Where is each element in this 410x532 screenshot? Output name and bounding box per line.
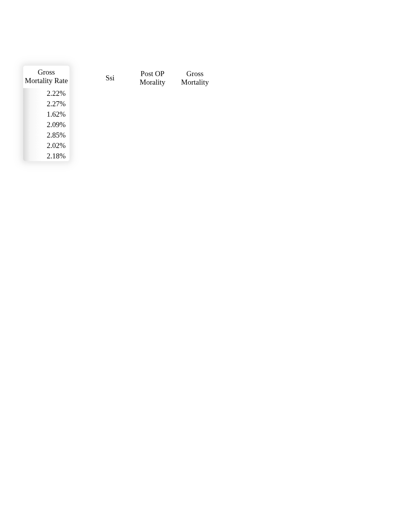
table-row: 2.85% xyxy=(23,130,69,140)
column-header-ssi: Ssi xyxy=(93,74,127,82)
column-header-post-op: Post OP Morality xyxy=(135,70,170,87)
table-row: 2.22% xyxy=(23,88,69,99)
table-row: 1.62% xyxy=(23,109,69,119)
content-area: Gross Mortality Rate 2.22% 2.27% 1.62% 2… xyxy=(23,66,212,161)
column-headers: Ssi Post OP Morality Gross Mortality xyxy=(93,70,212,87)
column-header-gross: Gross Mortality xyxy=(178,70,212,87)
table-row: 2.18% xyxy=(23,151,69,161)
table-row: 2.09% xyxy=(23,119,69,130)
table-row: 2.27% xyxy=(23,99,69,109)
table-header: Gross Mortality Rate xyxy=(23,66,69,88)
table-row: 2.02% xyxy=(23,140,69,151)
mortality-table: Gross Mortality Rate 2.22% 2.27% 1.62% 2… xyxy=(23,66,69,161)
table-body: 2.22% 2.27% 1.62% 2.09% 2.85% 2.02% 2.18… xyxy=(23,88,69,161)
